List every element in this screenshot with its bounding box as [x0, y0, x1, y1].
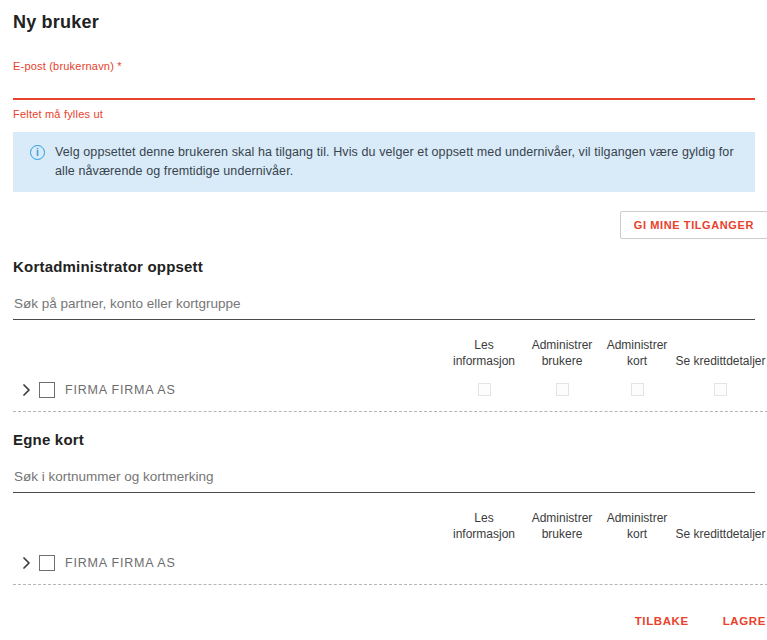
- footer-actions: TILBAKE LAGRE: [13, 611, 767, 631]
- administrer-kort-checkbox[interactable]: [631, 383, 644, 396]
- row-select-checkbox[interactable]: [39, 382, 55, 398]
- column-header-administrer-brukere: Administrer brukere: [523, 510, 601, 542]
- administrer-brukere-checkbox[interactable]: [556, 383, 569, 396]
- row-left: FIRMA FIRMA AS: [13, 555, 445, 571]
- row-left: FIRMA FIRMA AS: [13, 382, 445, 398]
- info-banner-text: Velg oppsettet denne brukeren skal ha ti…: [55, 143, 737, 181]
- new-user-form: Ny bruker E-post (brukernavn) * Feltet m…: [0, 0, 767, 631]
- email-input[interactable]: [13, 74, 755, 100]
- column-header-administrer-kort: Administrer kort: [601, 337, 673, 369]
- email-field-group: E-post (brukernavn) * Feltet må fylles u…: [13, 56, 755, 120]
- row-label: FIRMA FIRMA AS: [65, 383, 176, 397]
- cell-se-kredittdetaljer: [673, 383, 767, 396]
- cell-administrer-kort: [601, 383, 673, 396]
- column-header-se-kredittdetaljer: Se kredittdetaljer: [673, 526, 767, 542]
- save-button[interactable]: LAGRE: [721, 611, 767, 631]
- row-label: FIRMA FIRMA AS: [65, 556, 176, 570]
- top-actions: GI MINE TILGANGER: [13, 211, 767, 239]
- column-header-administrer-kort: Administrer kort: [601, 510, 673, 542]
- row-select-checkbox[interactable]: [39, 555, 55, 571]
- give-my-accesses-button[interactable]: GI MINE TILGANGER: [620, 211, 767, 239]
- section-title-kortadministrator: Kortadministrator oppsett: [13, 258, 755, 275]
- permission-table-header: Les informasjon Administrer brukere Admi…: [13, 337, 767, 369]
- les-informasjon-checkbox[interactable]: [478, 383, 491, 396]
- cell-les-informasjon: [445, 383, 523, 396]
- info-icon: i: [30, 145, 45, 160]
- info-banner: i Velg oppsettet denne brukeren skal ha …: [13, 132, 755, 192]
- column-header-se-kredittdetaljer: Se kredittdetaljer: [673, 353, 767, 369]
- section-title-egne-kort: Egne kort: [13, 431, 755, 448]
- column-header-les-informasjon: Les informasjon: [445, 510, 523, 542]
- search-input-kortnummer-kortmerking[interactable]: [13, 469, 755, 493]
- se-kredittdetaljer-checkbox[interactable]: [714, 383, 727, 396]
- table-row: FIRMA FIRMA AS: [13, 542, 767, 585]
- page-title: Ny bruker: [13, 12, 755, 33]
- cell-administrer-brukere: [523, 383, 601, 396]
- back-button[interactable]: TILBAKE: [633, 611, 691, 631]
- permission-table-header: Les informasjon Administrer brukere Admi…: [13, 510, 767, 542]
- email-field-error: Feltet må fylles ut: [13, 108, 755, 120]
- chevron-right-icon[interactable]: [13, 557, 35, 569]
- table-row: FIRMA FIRMA AS: [13, 369, 767, 412]
- column-header-les-informasjon: Les informasjon: [445, 337, 523, 369]
- email-field-label: E-post (brukernavn) *: [13, 60, 122, 72]
- search-input-partner-konto-kortgruppe[interactable]: [13, 296, 755, 320]
- chevron-right-icon[interactable]: [13, 384, 35, 396]
- column-header-administrer-brukere: Administrer brukere: [523, 337, 601, 369]
